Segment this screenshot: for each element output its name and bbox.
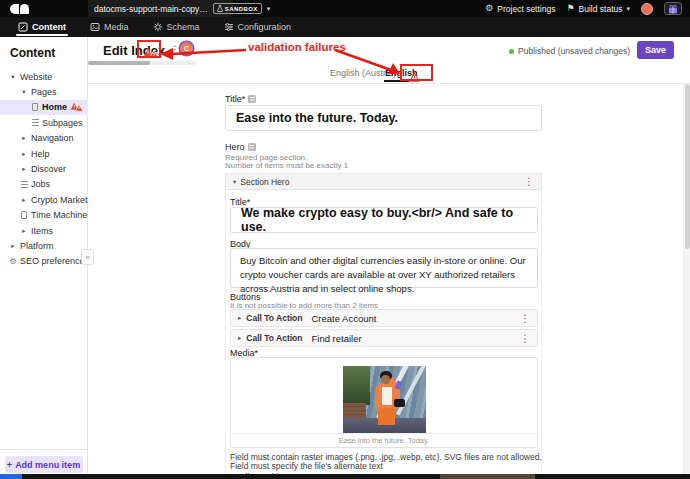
logo-shape-left	[10, 4, 19, 14]
sidebar-item-crypto-market[interactable]: Crypto Market	[0, 192, 88, 207]
flask-icon	[217, 5, 223, 12]
sidebar-item-items[interactable]: Items	[0, 223, 88, 238]
scrollbar-thumb[interactable]	[88, 61, 150, 65]
scrollbar-thumb[interactable]	[685, 84, 690, 249]
media-error-2: Field must specify the file's alternate …	[230, 461, 383, 471]
nav-tab-label: Configuration	[238, 22, 292, 32]
sidebar-item-home[interactable]: Home	[0, 100, 88, 115]
nav-tab-media[interactable]: Media	[90, 17, 129, 37]
published-dot-icon	[509, 49, 514, 54]
content-tree: Website Pages Home Subpages Navigation H…	[0, 69, 88, 269]
nav-tab-content[interactable]: Content	[18, 17, 66, 37]
sidebar-item-seo-preferences[interactable]: SEO preferences	[0, 254, 88, 269]
validation-warning-icon	[70, 102, 84, 112]
section-header-label: Section Hero	[240, 177, 289, 187]
caret-right-icon[interactable]	[22, 165, 25, 173]
list-icon	[32, 119, 39, 126]
localized-field-icon	[248, 143, 256, 151]
vertical-scrollbar[interactable]	[683, 84, 690, 479]
cta-value: Create Account	[311, 313, 376, 324]
top-bar: datocms-support-main-copy… SANDBOX ⚙ Pro…	[0, 0, 690, 17]
nav-tab-configuration[interactable]: Configuration	[224, 17, 292, 37]
nav-tab-label: Media	[104, 22, 129, 32]
sidebar-item-label: Crypto Market	[31, 195, 88, 205]
sidebar-item-pages[interactable]: Pages	[0, 84, 88, 99]
media-caption: Ease into the future. Today.	[231, 433, 537, 447]
cta-value: Find retailer	[311, 333, 361, 344]
sidebar-item-label: Help	[31, 149, 50, 159]
top-bar-right: ⚙ Project settings ⚑ Build status	[485, 0, 682, 17]
whats-new-button[interactable]	[664, 2, 682, 15]
sidebar-item-time-machine[interactable]: Time Machine	[0, 208, 88, 223]
section-hero-header[interactable]: Section Hero	[225, 173, 542, 190]
sidebar-item-navigation[interactable]: Navigation	[0, 131, 88, 146]
plus-icon	[7, 460, 12, 470]
section-body-textarea[interactable]: Buy Bitcoin and other digital currencies…	[230, 248, 538, 288]
datocms-app: datocms-support-main-copy… SANDBOX ⚙ Pro…	[0, 0, 690, 479]
nav-tab-schema[interactable]: Schema	[153, 17, 200, 37]
media-upload-field[interactable]: Ease into the future. Today.	[230, 357, 538, 448]
horizontal-scrollbar[interactable]	[88, 61, 196, 65]
list-icon	[21, 181, 28, 188]
field-label-text: Hero	[225, 142, 245, 152]
field-label-text: Title*	[225, 94, 245, 104]
media-thumbnail[interactable]	[343, 366, 426, 433]
caret-down-icon[interactable]	[233, 178, 236, 186]
sidebar-item-label: Items	[31, 226, 53, 236]
publish-status-label: Published (unsaved changes)	[518, 46, 630, 56]
gift-icon	[668, 4, 678, 14]
cta-menu-icon[interactable]	[520, 313, 530, 324]
section-title-input[interactable]: We make crypto easy to buy.<br/> And saf…	[230, 207, 538, 233]
title-field-label: Title*	[225, 94, 256, 104]
sidebar-item-website[interactable]: Website	[0, 69, 88, 84]
bottom-edge-strip	[0, 474, 690, 479]
title-input[interactable]: Ease into the future. Today.	[225, 105, 542, 131]
photo-person-shirt	[382, 387, 392, 405]
caret-right-icon[interactable]	[238, 334, 241, 342]
chevron-down-icon[interactable]	[267, 5, 271, 13]
section-menu-icon[interactable]	[524, 176, 534, 187]
localized-field-icon	[248, 95, 256, 103]
record-menu-icon[interactable]	[170, 44, 180, 55]
sidebar-heading: Content	[10, 46, 87, 60]
save-button[interactable]: Save	[637, 41, 674, 59]
sidebar-item-jobs[interactable]: Jobs	[0, 177, 88, 192]
build-status-menu[interactable]: ⚑ Build status	[566, 4, 630, 14]
caret-right-icon[interactable]	[22, 227, 25, 235]
sidebar-item-label: Platform	[20, 241, 54, 251]
nav-tab-label: Content	[32, 22, 66, 32]
annotation-rect-locale-warning	[400, 64, 433, 81]
image-icon	[90, 22, 100, 32]
caret-right-icon[interactable]	[22, 196, 25, 204]
caret-down-icon[interactable]	[11, 73, 14, 81]
sidebar-item-label: Discover	[31, 164, 66, 174]
caret-right-icon[interactable]	[238, 314, 241, 322]
annotation-text: validation failures	[248, 41, 346, 53]
project-switcher[interactable]: datocms-support-main-copy… SANDBOX	[88, 0, 233, 17]
sidebar-item-platform[interactable]: Platform	[0, 238, 88, 253]
user-avatar[interactable]	[641, 3, 653, 15]
hero-field-label: Hero	[225, 142, 256, 152]
sidebar-item-label: Pages	[31, 87, 57, 97]
annotation-rect-title-warning	[137, 40, 161, 58]
sidebar-collapse-button[interactable]: «	[81, 249, 94, 265]
caret-right-icon[interactable]	[22, 134, 25, 142]
cta-block-find-retailer[interactable]: Call To Action Find retailer	[230, 329, 538, 347]
caret-right-icon[interactable]	[11, 242, 14, 250]
build-status-label: Build status	[579, 4, 623, 14]
datocms-logo[interactable]	[10, 4, 29, 14]
project-settings-link[interactable]: ⚙ Project settings	[485, 4, 555, 14]
sandbox-badge: SANDBOX	[213, 3, 262, 14]
sidebar-item-discover[interactable]: Discover	[0, 161, 88, 176]
primary-nav: Content Media Schema Configuration CDA P…	[0, 17, 690, 37]
caret-down-icon[interactable]	[22, 88, 25, 96]
cta-type-label: Call To Action	[246, 333, 302, 343]
sidebar-item-label: SEO preferences	[20, 256, 89, 266]
cta-block-create-account[interactable]: Call To Action Create Account	[230, 309, 538, 327]
add-menu-item-button[interactable]: Add menu item	[5, 456, 83, 473]
sidebar-item-label: Website	[20, 72, 52, 82]
sidebar-item-help[interactable]: Help	[0, 146, 88, 161]
sidebar-item-subpages[interactable]: Subpages	[0, 115, 88, 130]
cta-menu-icon[interactable]	[520, 333, 530, 344]
caret-right-icon[interactable]	[22, 150, 25, 158]
